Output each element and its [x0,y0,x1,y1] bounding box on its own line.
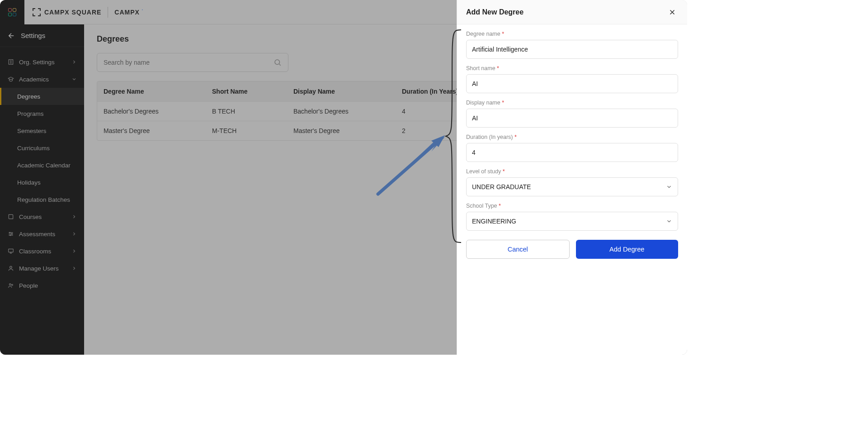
input-duration[interactable] [466,143,678,162]
input-short-name[interactable] [466,74,678,93]
required-mark: * [503,168,505,175]
field-display-name: Display name * [466,100,678,128]
app-container: CAMPX SQUARE CAMPX Settings Org. Setting… [0,0,687,355]
label-level-of-study: Level of study * [466,168,678,175]
required-mark: * [502,31,504,37]
input-display-name[interactable] [466,109,678,128]
select-value: ENGINEERING [472,218,516,225]
panel-header: Add New Degree [457,0,687,24]
panel-actions: Cancel Add Degree [466,240,678,259]
input-degree-name[interactable] [466,40,678,59]
label-duration: Duration (In years) * [466,134,678,140]
add-degree-button[interactable]: Add Degree [576,240,679,259]
required-mark: * [499,203,501,209]
field-degree-name: Degree name * [466,31,678,59]
chevron-down-icon [666,218,672,224]
field-duration: Duration (In years) * [466,134,678,162]
label-degree-name: Degree name * [466,31,678,37]
label-short-name: Short name * [466,65,678,71]
close-button[interactable] [666,6,678,18]
cancel-button[interactable]: Cancel [466,240,570,259]
required-mark: * [514,134,517,140]
label-school-type: School Type * [466,203,678,209]
select-level-of-study[interactable]: UNDER GRADUATE [466,177,678,196]
close-icon [668,8,676,16]
panel-body: Degree name * Short name * Display name … [457,24,687,268]
label-display-name: Display name * [466,100,678,106]
select-value: UNDER GRADUATE [472,183,531,190]
add-degree-panel: Add New Degree Degree name * Short name … [457,0,687,355]
required-mark: * [502,100,504,106]
panel-title: Add New Degree [466,8,524,16]
select-school-type[interactable]: ENGINEERING [466,212,678,231]
field-short-name: Short name * [466,65,678,93]
chevron-down-icon [666,184,672,190]
required-mark: * [497,65,499,71]
field-level-of-study: Level of study * UNDER GRADUATE [466,168,678,196]
field-school-type: School Type * ENGINEERING [466,203,678,231]
